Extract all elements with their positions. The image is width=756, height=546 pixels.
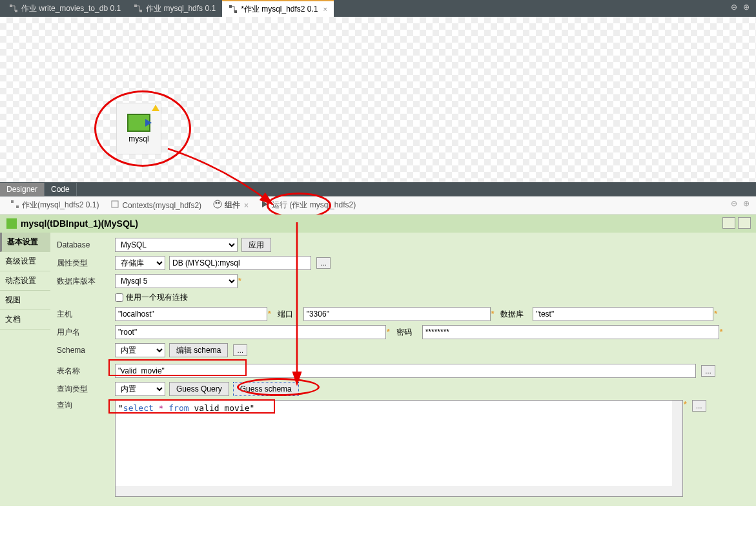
- tab-label: *作业 mysql_hdfs2 0.1: [241, 4, 318, 15]
- table-field[interactable]: [115, 364, 696, 378]
- label-table: 表名称: [57, 366, 115, 377]
- job-icon: [134, 4, 143, 13]
- query-textarea[interactable]: "select * from valid_movie": [115, 400, 683, 497]
- nav-dynamic[interactable]: 动态设置: [0, 271, 50, 291]
- tab-code[interactable]: Code: [45, 183, 77, 196]
- label-query: 查询: [57, 400, 115, 411]
- warning-icon: [152, 105, 159, 111]
- browse-schema-button[interactable]: …: [233, 344, 247, 356]
- label-database: Database: [57, 240, 115, 249]
- select-property-type[interactable]: 存储库: [115, 256, 165, 270]
- contexts-icon: [110, 200, 119, 211]
- minimize-icon[interactable]: ⊖: [731, 3, 737, 12]
- label-port: 端口: [278, 309, 303, 320]
- label-db-version: 数据库版本: [57, 276, 115, 287]
- design-canvas[interactable]: mysql: [0, 17, 756, 182]
- job-icon: [229, 5, 238, 14]
- editor-tab-bar: 作业 write_movies_to_db 0.1 作业 mysql_hdfs …: [0, 0, 756, 17]
- component-title: mysql(tDBInput_1)(MySQL): [21, 218, 138, 229]
- svg-rect-3: [139, 10, 142, 12]
- db-input-icon: [6, 218, 17, 229]
- layout-button-2[interactable]: [738, 217, 751, 229]
- top-right-controls: ⊖ ⊕: [727, 3, 750, 12]
- pass-field[interactable]: [422, 325, 719, 339]
- close-icon[interactable]: ×: [323, 5, 327, 13]
- panel-tab-bar: 作业(mysql_hdfs2 0.1) Contexts(mysql_hdfs2…: [0, 196, 756, 215]
- label-dbname: 数据库: [500, 309, 533, 320]
- select-query-type[interactable]: 内置: [115, 382, 165, 396]
- svg-rect-4: [229, 5, 232, 8]
- minimize-icon[interactable]: ⊖: [731, 199, 737, 208]
- tab-mysql-hdfs[interactable]: 作业 mysql_hdfs 0.1: [127, 1, 222, 17]
- label-schema: Schema: [57, 346, 115, 355]
- close-icon[interactable]: ×: [244, 201, 249, 210]
- form-body: Database MySQL 应用 属性类型 存储库 … 数据库版本 Mysql…: [50, 233, 756, 506]
- user-field[interactable]: [115, 325, 386, 339]
- edit-schema-button[interactable]: 编辑 schema: [169, 343, 228, 357]
- svg-point-9: [214, 200, 221, 208]
- svg-point-11: [218, 202, 220, 204]
- svg-point-10: [216, 202, 218, 204]
- layout-button-1[interactable]: [722, 217, 735, 229]
- tab-label: Contexts(mysql_hdfs2): [122, 201, 201, 210]
- nav-doc[interactable]: 文档: [0, 310, 50, 330]
- scrollbar-vertical[interactable]: [672, 401, 682, 486]
- checkbox-use-existing[interactable]: [115, 293, 123, 302]
- repository-field[interactable]: [169, 256, 311, 270]
- palette-icon: [213, 200, 222, 211]
- host-field[interactable]: [115, 307, 267, 321]
- canvas-mode-tabs: Designer Code: [0, 182, 756, 196]
- scrollbar-horizontal[interactable]: [116, 486, 682, 496]
- browse-table-button[interactable]: …: [701, 365, 715, 377]
- label-user: 用户名: [57, 327, 115, 338]
- select-schema[interactable]: 内置: [115, 343, 165, 357]
- label-query-type: 查询类型: [57, 384, 115, 395]
- label-use-existing: 使用一个现有连接: [126, 292, 188, 303]
- browse-query-button[interactable]: …: [692, 400, 706, 412]
- tab-mysql-hdfs2[interactable]: *作业 mysql_hdfs2 0.1 ×: [222, 0, 334, 17]
- tab-component[interactable]: 组件 ×: [208, 197, 254, 213]
- select-database[interactable]: MySQL: [115, 238, 238, 252]
- db-input-icon: [127, 114, 150, 132]
- svg-rect-2: [134, 5, 137, 7]
- play-icon: [260, 200, 269, 211]
- label-property-type: 属性类型: [57, 258, 115, 269]
- label-pass: 密码: [396, 327, 422, 338]
- tab-label: 作业 write_movies_to_db 0.1: [21, 3, 121, 14]
- component-form: 基本设置 高级设置 动态设置 视图 文档 Database MySQL 应用 属…: [0, 233, 756, 506]
- port-field[interactable]: [303, 307, 491, 321]
- apply-button[interactable]: 应用: [241, 238, 271, 252]
- nav-view[interactable]: 视图: [0, 291, 50, 310]
- tab-designer[interactable]: Designer: [0, 183, 45, 196]
- tab-label: 组件: [225, 200, 240, 211]
- tab-contexts[interactable]: Contexts(mysql_hdfs2): [105, 197, 207, 213]
- maximize-icon[interactable]: ⊕: [743, 3, 750, 12]
- tab-write-movies[interactable]: 作业 write_movies_to_db 0.1: [3, 1, 127, 17]
- browse-button[interactable]: …: [316, 257, 331, 269]
- svg-rect-8: [112, 201, 118, 207]
- nav-advanced[interactable]: 高级设置: [0, 252, 50, 271]
- job-icon: [10, 200, 19, 211]
- node-label: mysql: [128, 134, 148, 143]
- tab-label: 运行 (作业 mysql_hdfs2): [272, 200, 356, 211]
- label-host: 主机: [57, 309, 115, 320]
- panel-right-controls: ⊖ ⊕: [731, 199, 750, 208]
- svg-rect-5: [234, 10, 237, 13]
- nav-basic[interactable]: 基本设置: [0, 233, 50, 252]
- select-db-version[interactable]: Mysql 5: [115, 274, 238, 288]
- maximize-icon[interactable]: ⊕: [743, 199, 750, 208]
- guess-schema-button[interactable]: Guess schema: [233, 382, 299, 396]
- svg-rect-7: [16, 205, 19, 208]
- tab-label: 作业(mysql_hdfs2 0.1): [22, 200, 99, 211]
- svg-marker-12: [262, 201, 268, 207]
- settings-side-nav: 基本设置 高级设置 动态设置 视图 文档: [0, 233, 50, 506]
- canvas-node-mysql[interactable]: mysql: [116, 103, 161, 154]
- svg-rect-0: [10, 5, 12, 7]
- dbname-field[interactable]: [533, 307, 713, 321]
- tab-job[interactable]: 作业(mysql_hdfs2 0.1): [5, 197, 104, 213]
- svg-rect-6: [11, 200, 14, 203]
- guess-query-button[interactable]: Guess Query: [169, 382, 229, 396]
- svg-rect-1: [15, 10, 17, 12]
- job-icon: [9, 4, 18, 13]
- tab-run[interactable]: 运行 (作业 mysql_hdfs2): [255, 197, 361, 213]
